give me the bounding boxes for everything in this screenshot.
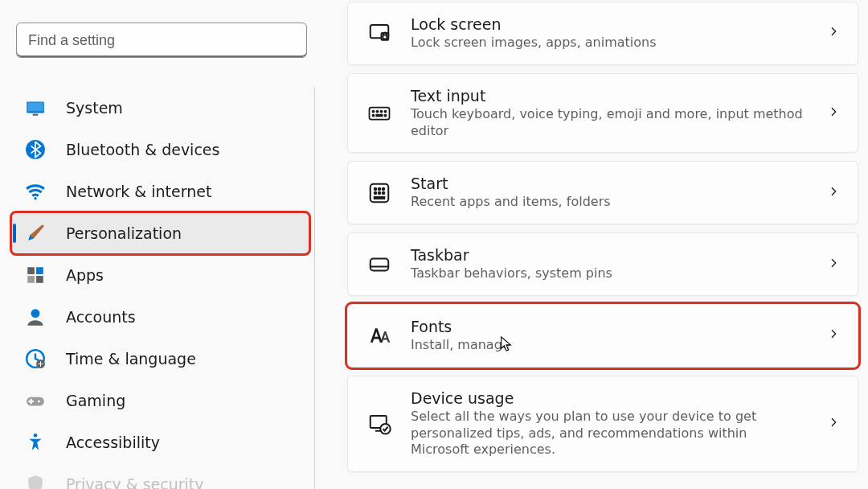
- svg-rect-18: [28, 401, 34, 402]
- chevron-right-icon: [827, 185, 840, 201]
- setting-title: Lock screen: [411, 15, 809, 33]
- svg-rect-9: [27, 276, 35, 283]
- svg-point-34: [383, 188, 385, 191]
- sidebar-item-personalization[interactable]: Personalization: [11, 212, 309, 254]
- privacy-icon: [24, 473, 47, 489]
- paintbrush-icon: [24, 222, 47, 244]
- sidebar-item-accounts[interactable]: Accounts: [11, 296, 309, 338]
- svg-point-16: [38, 401, 40, 403]
- setting-fonts[interactable]: Fonts Install, manage: [347, 304, 858, 368]
- svg-point-37: [383, 192, 385, 195]
- start-icon: [366, 179, 393, 207]
- setting-subtitle: Lock screen images, apps, animations: [411, 35, 809, 51]
- svg-point-25: [377, 110, 379, 112]
- sidebar-item-label: System: [66, 99, 123, 117]
- lock-screen-icon: [366, 19, 393, 47]
- svg-point-32: [375, 188, 377, 191]
- svg-point-35: [375, 192, 377, 195]
- setting-subtitle: Select all the ways you plan to use your…: [411, 409, 809, 458]
- chevron-right-icon: [827, 327, 840, 343]
- settings-list: Lock screen Lock screen images, apps, an…: [323, 0, 868, 489]
- setting-taskbar[interactable]: Taskbar Taskbar behaviors, system pins: [347, 232, 858, 296]
- svg-point-11: [31, 309, 40, 318]
- time-language-icon: [24, 347, 47, 370]
- bluetooth-icon: [24, 138, 47, 161]
- svg-rect-23: [370, 107, 390, 119]
- sidebar-item-label: Personalization: [66, 224, 182, 242]
- sidebar-item-label: Accounts: [66, 308, 136, 326]
- sidebar-item-label: Network & internet: [66, 183, 211, 200]
- accounts-icon: [24, 306, 47, 328]
- wifi-icon: [24, 180, 47, 203]
- chevron-right-icon: [827, 257, 840, 273]
- svg-rect-10: [36, 276, 43, 283]
- svg-rect-7: [27, 267, 35, 274]
- sidebar-item-privacy[interactable]: Privacy & security: [11, 463, 309, 489]
- sidebar-item-accessibility[interactable]: Accessibility: [11, 421, 309, 463]
- sidebar-item-apps[interactable]: Apps: [11, 254, 309, 296]
- accessibility-icon: [24, 431, 47, 454]
- sidebar-item-bluetooth[interactable]: Bluetooth & devices: [11, 129, 309, 171]
- search-field[interactable]: [16, 23, 307, 58]
- svg-rect-38: [375, 197, 385, 199]
- svg-point-6: [34, 197, 36, 199]
- sidebar-item-gaming[interactable]: Gaming: [11, 380, 309, 421]
- svg-point-29: [385, 114, 387, 116]
- setting-subtitle: Touch keyboard, voice typing, emoji and …: [411, 106, 809, 140]
- svg-point-36: [379, 192, 381, 195]
- device-usage-icon: [366, 410, 393, 438]
- sidebar-item-time-language[interactable]: Time & language: [11, 338, 309, 380]
- svg-point-26: [381, 110, 383, 112]
- fonts-icon: [366, 322, 393, 349]
- sidebar-item-label: Apps: [66, 266, 104, 284]
- setting-title: Fonts: [411, 318, 809, 335]
- svg-rect-3: [27, 103, 43, 112]
- sidebar-item-label: Privacy & security: [66, 475, 204, 489]
- chevron-right-icon: [827, 105, 840, 121]
- chevron-right-icon: [827, 25, 840, 41]
- apps-icon: [24, 264, 47, 286]
- sidebar-item-label: Bluetooth & devices: [66, 141, 219, 158]
- chevron-right-icon: [827, 416, 840, 432]
- svg-rect-4: [33, 114, 39, 116]
- svg-point-33: [379, 188, 381, 191]
- setting-subtitle: Install, manage: [411, 337, 809, 354]
- system-icon: [24, 97, 47, 119]
- svg-point-19: [34, 434, 38, 438]
- svg-point-28: [373, 114, 375, 116]
- svg-rect-30: [376, 114, 383, 116]
- svg-rect-8: [36, 267, 43, 274]
- setting-title: Text input: [411, 87, 809, 105]
- sidebar-item-network[interactable]: Network & internet: [11, 171, 309, 212]
- svg-rect-39: [371, 258, 389, 270]
- sidebar: System Bluetooth & devices Network & int…: [11, 0, 323, 489]
- setting-text-input[interactable]: Text input Touch keyboard, voice typing,…: [347, 73, 858, 154]
- nav-list: System Bluetooth & devices Network & int…: [11, 87, 315, 489]
- setting-subtitle: Taskbar behaviors, system pins: [411, 265, 809, 282]
- setting-start[interactable]: Start Recent apps and items, folders: [347, 161, 858, 224]
- sidebar-item-label: Time & language: [66, 350, 196, 368]
- setting-title: Taskbar: [411, 246, 809, 264]
- sidebar-item-label: Accessibility: [66, 434, 160, 451]
- taskbar-icon: [366, 251, 393, 278]
- setting-lock-screen[interactable]: Lock screen Lock screen images, apps, an…: [347, 2, 858, 65]
- gaming-icon: [24, 389, 47, 412]
- sidebar-item-label: Gaming: [66, 392, 125, 409]
- svg-point-24: [373, 110, 375, 112]
- setting-title: Device usage: [411, 389, 809, 407]
- sidebar-item-system[interactable]: System: [11, 87, 309, 129]
- svg-point-27: [385, 110, 387, 112]
- cursor-icon: [499, 335, 514, 353]
- setting-device-usage[interactable]: Device usage Select all the ways you pla…: [347, 376, 858, 472]
- keyboard-icon: [366, 100, 393, 127]
- setting-title: Start: [411, 175, 809, 192]
- search-input[interactable]: [28, 32, 269, 49]
- setting-subtitle: Recent apps and items, folders: [411, 194, 809, 211]
